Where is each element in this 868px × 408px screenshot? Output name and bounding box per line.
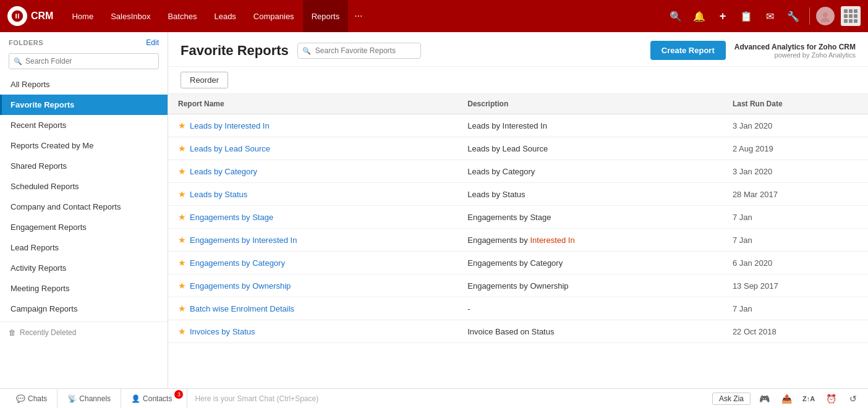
avatar[interactable] xyxy=(816,7,835,25)
table-row: ★Batch wise Enrolment Details-7 Jan xyxy=(168,297,868,320)
smart-chat-placeholder: Here is your Smart Chat (Ctrl+Space) xyxy=(195,394,318,403)
report-link[interactable]: Batch wise Enrolment Details xyxy=(190,304,294,313)
table-row: ★Invoices by StatusInvoice Based on Stat… xyxy=(168,320,868,343)
translate-icon[interactable]: Z↑A xyxy=(800,390,817,407)
table-row: ★Engagements by OwnershipEngagements by … xyxy=(168,274,868,297)
sidebar-item-campaign-reports[interactable]: Campaign Reports xyxy=(0,299,168,319)
sidebar-item-scheduled-reports[interactable]: Scheduled Reports xyxy=(0,176,168,197)
app-grid-icon[interactable] xyxy=(841,6,861,26)
table-row: ★Engagements by StageEngagements by Stag… xyxy=(168,206,868,229)
main-layout: FOLDERS Edit All Reports Favorite Report… xyxy=(0,32,868,388)
smart-chat-input[interactable]: Here is your Smart Chat (Ctrl+Space) xyxy=(187,394,712,403)
report-link[interactable]: Invoices by Status xyxy=(190,327,255,336)
star-icon[interactable]: ★ xyxy=(178,258,186,268)
reorder-button[interactable]: Reorder xyxy=(181,72,228,88)
trash-icon: 🗑 xyxy=(9,328,16,337)
nav-items: Home SalesInbox Batches Leads Companies … xyxy=(63,0,666,32)
report-last-run: 7 Jan xyxy=(723,206,868,229)
report-link[interactable]: Engagements by Ownership xyxy=(190,281,291,291)
nav-home[interactable]: Home xyxy=(63,0,102,32)
report-link[interactable]: Leads by Status xyxy=(190,190,247,199)
sidebar-item-lead-reports[interactable]: Lead Reports xyxy=(0,237,168,258)
star-icon[interactable]: ★ xyxy=(178,189,186,199)
nav-salesinbox[interactable]: SalesInbox xyxy=(102,0,159,32)
bottom-tab-contacts[interactable]: 👤 Contacts 3 xyxy=(121,389,187,408)
nav-batches[interactable]: Batches xyxy=(159,0,205,32)
mail-icon[interactable]: ✉ xyxy=(760,6,780,26)
bottom-tab-chats[interactable]: 💬 Chats xyxy=(6,389,57,408)
star-icon[interactable]: ★ xyxy=(178,212,186,222)
report-link[interactable]: Engagements by Interested In xyxy=(190,236,297,245)
wrench-icon[interactable]: 🔧 xyxy=(783,6,803,26)
analytics-sub: powered by Zoho Analytics xyxy=(734,51,856,59)
report-last-run: 2 Aug 2019 xyxy=(723,137,868,160)
ask-zia-button[interactable]: Ask Zia xyxy=(712,393,751,405)
reports-search-area xyxy=(297,43,421,59)
report-last-run: 13 Sep 2017 xyxy=(723,274,868,297)
alarm-icon[interactable]: ⏰ xyxy=(822,390,840,407)
report-description: Engagements by Interested In xyxy=(457,229,723,252)
report-last-run: 3 Jan 2020 xyxy=(723,160,868,183)
report-link[interactable]: Leads by Category xyxy=(190,167,257,176)
sidebar-item-shared-reports[interactable]: Shared Reports xyxy=(0,156,168,176)
report-last-run: 7 Jan xyxy=(723,229,868,252)
col-report-name: Report Name xyxy=(168,94,457,114)
report-link[interactable]: Engagements by Category xyxy=(190,258,285,268)
svg-point-0 xyxy=(823,12,828,17)
report-description: Leads by Interested In xyxy=(457,114,723,137)
sidebar-item-favorite-reports[interactable]: Favorite Reports xyxy=(0,95,168,115)
report-link[interactable]: Leads by Interested In xyxy=(190,121,270,130)
sidebar-item-engagement-reports[interactable]: Engagement Reports xyxy=(0,217,168,237)
app-logo[interactable]: CRM xyxy=(7,6,53,26)
logo-icon xyxy=(7,6,27,26)
search-reports-input[interactable] xyxy=(297,43,421,59)
plus-icon[interactable]: + xyxy=(713,6,733,26)
create-report-button[interactable]: Create Report xyxy=(650,41,726,60)
report-last-run: 6 Jan 2020 xyxy=(723,252,868,274)
page-title: Favorite Reports xyxy=(181,43,289,59)
reports-table-area: Report Name Description Last Run Date ★L… xyxy=(168,94,868,388)
table-row: ★Leads by StatusLeads by Status28 Mar 20… xyxy=(168,183,868,206)
folders-label: FOLDERS xyxy=(9,39,43,46)
star-icon[interactable]: ★ xyxy=(178,166,186,176)
history-icon[interactable]: ↺ xyxy=(845,390,862,407)
report-last-run: 3 Jan 2020 xyxy=(723,114,868,137)
star-icon[interactable]: ★ xyxy=(178,304,186,313)
sidebar-item-recent-reports[interactable]: Recent Reports xyxy=(0,115,168,135)
table-header-row: Report Name Description Last Run Date xyxy=(168,94,868,114)
star-icon[interactable]: ★ xyxy=(178,235,186,245)
star-icon[interactable]: ★ xyxy=(178,326,186,336)
star-icon[interactable]: ★ xyxy=(178,121,186,130)
search-icon[interactable]: 🔍 xyxy=(666,6,686,26)
grid-dots xyxy=(844,9,857,23)
analytics-title: Advanced Analytics for Zoho CRM xyxy=(734,43,856,51)
table-row: ★Leads by Lead SourceLeads by Lead Sourc… xyxy=(168,137,868,160)
upload-icon[interactable]: 📤 xyxy=(778,390,795,407)
nav-leads[interactable]: Leads xyxy=(205,0,244,32)
nav-companies[interactable]: Companies xyxy=(245,0,303,32)
folder-search-input[interactable] xyxy=(9,53,159,69)
bell-icon[interactable]: 🔔 xyxy=(689,6,709,26)
table-row: ★Engagements by Interested InEngagements… xyxy=(168,229,868,252)
sidebar-item-company-contact-reports[interactable]: Company and Contact Reports xyxy=(0,197,168,217)
analytics-info: Advanced Analytics for Zoho CRM powered … xyxy=(734,43,856,59)
report-link[interactable]: Leads by Lead Source xyxy=(190,144,270,153)
nav-reports[interactable]: Reports xyxy=(303,0,349,32)
sidebar-item-recently-deleted[interactable]: 🗑 Recently Deleted xyxy=(0,321,168,343)
edit-folders-button[interactable]: Edit xyxy=(146,38,159,47)
star-icon[interactable]: ★ xyxy=(178,281,186,291)
sidebar-item-meeting-reports[interactable]: Meeting Reports xyxy=(0,278,168,299)
nav-more[interactable]: ··· xyxy=(348,0,368,32)
star-icon[interactable]: ★ xyxy=(178,143,186,153)
sidebar-item-activity-reports[interactable]: Activity Reports xyxy=(0,258,168,278)
game-icon[interactable]: 🎮 xyxy=(755,390,773,407)
report-link[interactable]: Engagements by Stage xyxy=(190,213,273,222)
bottom-tab-channels[interactable]: 📡 Channels xyxy=(57,389,121,408)
sidebar-item-reports-created-by-me[interactable]: Reports Created by Me xyxy=(0,135,168,156)
report-last-run: 22 Oct 2018 xyxy=(723,320,868,343)
report-description: Leads by Status xyxy=(457,183,723,206)
calendar-icon[interactable]: 📋 xyxy=(736,6,756,26)
chats-label: Chats xyxy=(28,394,47,403)
table-row: ★Leads by CategoryLeads by Category3 Jan… xyxy=(168,160,868,183)
sidebar-item-all-reports[interactable]: All Reports xyxy=(0,74,168,95)
